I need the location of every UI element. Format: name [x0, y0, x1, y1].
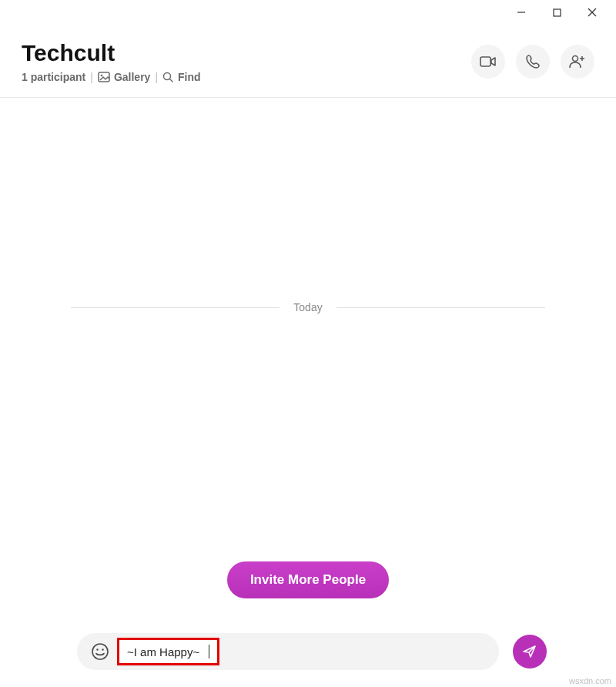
gallery-label: Gallery [114, 71, 150, 83]
watermark: wsxdn.com [569, 676, 611, 685]
svg-rect-8 [480, 57, 490, 66]
emoji-button[interactable] [88, 639, 112, 664]
close-button[interactable] [574, 0, 610, 25]
window-controls [504, 0, 616, 25]
divider: | [90, 71, 93, 83]
date-divider: Today [0, 301, 616, 313]
send-button[interactable] [513, 635, 547, 669]
gallery-icon [98, 72, 110, 82]
maximize-icon [553, 8, 561, 17]
find-link[interactable]: Find [162, 71, 201, 83]
svg-line-7 [170, 79, 173, 82]
svg-point-14 [102, 648, 103, 650]
svg-point-5 [101, 75, 103, 77]
text-cursor [209, 645, 209, 659]
message-input-pill[interactable] [77, 633, 499, 670]
header-actions [471, 45, 594, 79]
minimize-button[interactable] [504, 0, 539, 25]
divider-line [336, 307, 545, 308]
divider-line [71, 307, 280, 308]
header-left: Techcult 1 participant | Gallery | [22, 40, 201, 83]
add-participant-button[interactable] [561, 45, 594, 79]
video-icon [480, 55, 497, 68]
message-input[interactable] [127, 645, 209, 659]
date-label: Today [280, 301, 336, 313]
invite-more-people-button[interactable]: Invite More People [227, 561, 389, 598]
svg-point-6 [164, 72, 171, 79]
invite-wrap: Invite More People [0, 561, 616, 598]
video-call-button[interactable] [471, 45, 505, 79]
svg-point-13 [96, 648, 98, 650]
gallery-link[interactable]: Gallery [98, 71, 150, 83]
message-composer [0, 633, 616, 670]
svg-rect-1 [554, 9, 561, 16]
add-person-icon [569, 54, 586, 69]
header-subrow: 1 participant | Gallery | Find [22, 71, 201, 83]
participants-link[interactable]: 1 participant [22, 71, 85, 83]
phone-icon [525, 54, 541, 69]
maximize-button[interactable] [539, 0, 574, 25]
send-icon [522, 644, 537, 659]
svg-point-12 [92, 644, 108, 659]
search-icon [162, 72, 174, 83]
close-icon [588, 8, 597, 17]
conversation-title: Techcult [22, 40, 201, 66]
emoji-icon [91, 642, 109, 661]
participants-label: 1 participant [22, 71, 85, 83]
svg-point-9 [573, 56, 578, 62]
audio-call-button[interactable] [516, 45, 550, 79]
divider: | [155, 71, 158, 83]
minimize-icon [517, 8, 526, 17]
chat-area: Today Invite More People [0, 98, 616, 614]
find-label: Find [178, 71, 201, 83]
input-highlight-box [117, 638, 219, 665]
